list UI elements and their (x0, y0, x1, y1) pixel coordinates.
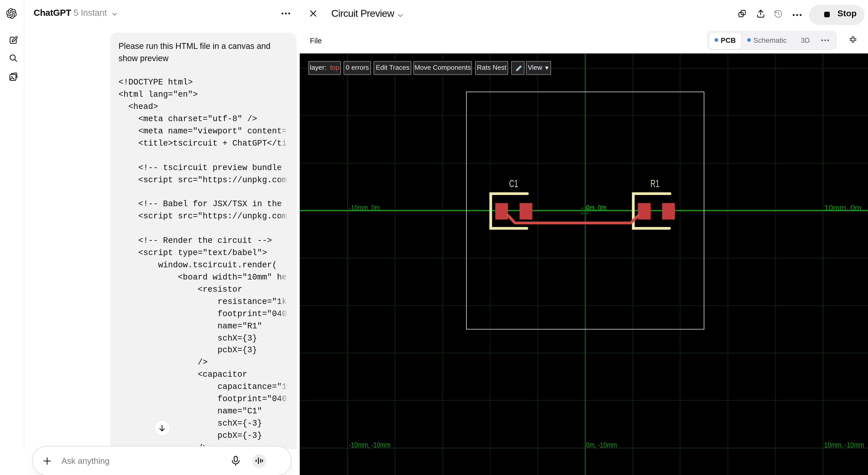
svg-text:-10mm, -10mm: -10mm, -10mm (349, 441, 391, 449)
svg-text:10mm, 0m: 10mm, 0m (824, 203, 861, 212)
svg-text:-10mm, 0m: -10mm, 0m (349, 203, 380, 212)
svg-text:C1: C1 (509, 178, 518, 190)
svg-text:0m, 0m: 0m, 0m (586, 203, 606, 212)
svg-text:0m, -10mm: 0m, -10mm (586, 441, 617, 449)
svg-text:R1: R1 (650, 178, 659, 190)
svg-text:10mm, -10mm: 10mm, -10mm (824, 441, 864, 449)
